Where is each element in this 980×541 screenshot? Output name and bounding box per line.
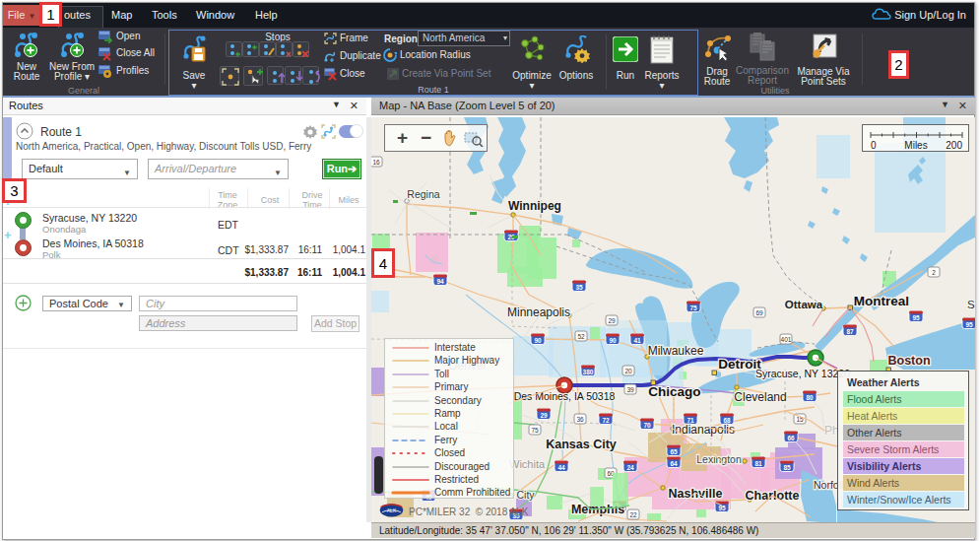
svg-text:Chicago: Chicago [648, 384, 700, 399]
svg-text:29: 29 [608, 317, 616, 324]
svg-text:Miles: Miles [904, 140, 927, 151]
svg-text:0: 0 [871, 140, 877, 151]
svg-text:380: 380 [583, 369, 594, 375]
svg-text:90: 90 [609, 337, 617, 344]
svg-text:ALK: ALK [387, 507, 397, 513]
svg-text:Regina: Regina [407, 188, 439, 200]
svg-text:94: 94 [436, 278, 444, 285]
svg-text:24: 24 [626, 464, 634, 471]
svg-text:Milwaukee: Milwaukee [648, 344, 704, 358]
svg-text:72: 72 [602, 417, 610, 424]
svg-text:Winnipeg: Winnipeg [508, 199, 561, 213]
svg-text:Wichita: Wichita [509, 458, 546, 470]
svg-text:Nashville: Nashville [669, 487, 723, 501]
svg-text:41: 41 [633, 337, 641, 344]
svg-text:75: 75 [689, 304, 697, 311]
svg-text:87: 87 [846, 328, 854, 335]
svg-text:Kansas City: Kansas City [546, 438, 617, 451]
svg-text:29: 29 [540, 412, 548, 419]
svg-text:Boston: Boston [887, 354, 930, 368]
svg-text:64: 64 [670, 460, 678, 467]
svg-text:Minneapolis: Minneapolis [507, 305, 570, 319]
svg-text:20: 20 [624, 368, 632, 374]
svg-text:22: 22 [629, 511, 637, 518]
svg-text:2: 2 [932, 269, 936, 276]
svg-text:200: 200 [946, 140, 962, 151]
svg-text:401: 401 [781, 336, 792, 343]
svg-text:95: 95 [912, 314, 920, 321]
svg-text:70: 70 [643, 422, 651, 429]
svg-text:35: 35 [575, 284, 583, 291]
svg-text:36: 36 [576, 416, 584, 423]
svg-text:85: 85 [783, 464, 791, 471]
svg-text:52: 52 [577, 333, 585, 340]
svg-text:95: 95 [965, 321, 973, 328]
svg-text:44: 44 [557, 464, 565, 471]
svg-text:Sa: Sa [967, 299, 975, 310]
svg-text:90: 90 [534, 337, 542, 344]
svg-text:80: 80 [806, 394, 814, 401]
svg-text:39: 39 [626, 386, 634, 393]
svg-text:65: 65 [670, 448, 678, 455]
svg-text:81: 81 [754, 460, 762, 467]
svg-text:69: 69 [755, 309, 763, 316]
svg-text:Cleveland: Cleveland [734, 390, 786, 404]
svg-text:75: 75 [531, 427, 539, 434]
svg-text:16: 16 [372, 159, 380, 166]
svg-text:66: 66 [787, 435, 795, 441]
svg-text:Ottawa: Ottawa [785, 299, 823, 310]
svg-text:Montreal: Montreal [854, 294, 909, 308]
